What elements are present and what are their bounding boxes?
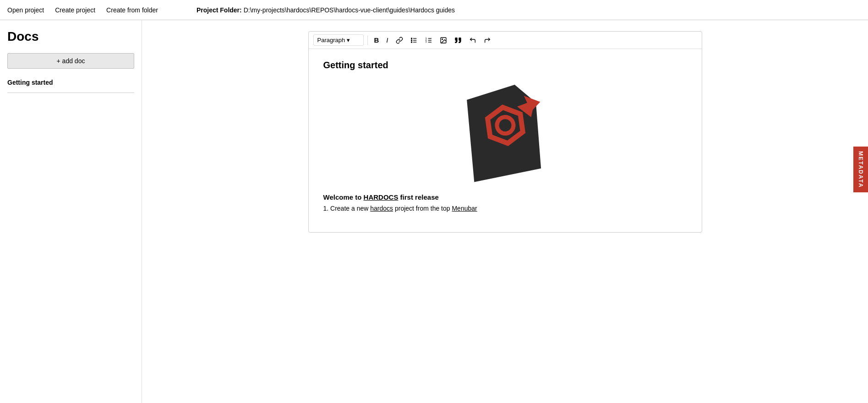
sidebar: Docs + add doc Getting started <box>0 20 142 403</box>
blockquote-button[interactable] <box>452 35 464 46</box>
redo-icon <box>484 37 491 44</box>
ordered-list-button[interactable]: 1. 2. 3. <box>422 35 435 46</box>
blockquote-icon <box>454 37 462 44</box>
open-project-menu[interactable]: Open project <box>7 6 44 14</box>
undo-icon <box>469 37 476 44</box>
editor-container: Paragraph ▾ B I <box>308 31 702 233</box>
content-area: Paragraph ▾ B I <box>142 20 868 403</box>
italic-button[interactable]: I <box>383 35 391 45</box>
welcome-suffix: first release <box>398 193 438 201</box>
project-folder-display: Project Folder: D:\my-projects\hardocs\R… <box>197 6 455 14</box>
redo-button[interactable] <box>481 35 494 46</box>
chevron-down-icon: ▾ <box>347 37 350 44</box>
image-button[interactable] <box>437 35 450 46</box>
bullet-list-icon <box>410 37 418 44</box>
ordered-list-icon: 1. 2. 3. <box>425 37 432 44</box>
svg-point-3 <box>411 38 412 39</box>
bold-button[interactable]: B <box>371 35 382 45</box>
hardocs-brand: HARDOCS <box>364 193 399 201</box>
link-button[interactable] <box>393 35 406 46</box>
svg-point-4 <box>411 40 412 41</box>
sidebar-title: Docs <box>7 29 134 44</box>
link-icon <box>396 37 403 44</box>
create-project-menu[interactable]: Create project <box>55 6 95 14</box>
main-layout: Docs + add doc Getting started Paragraph… <box>0 20 868 403</box>
sidebar-doc-getting-started[interactable]: Getting started <box>7 76 134 89</box>
image-icon <box>440 37 447 44</box>
undo-button[interactable] <box>466 35 479 46</box>
menubar: Open project Create project Create from … <box>0 0 868 20</box>
project-folder-label: Project Folder: <box>197 6 242 14</box>
bullet-list-button[interactable] <box>408 35 420 46</box>
editor-body[interactable]: Getting started <box>309 49 702 232</box>
hardocs-logo <box>464 82 546 182</box>
step1-prefix: 1. Create a new <box>323 205 371 212</box>
svg-text:3.: 3. <box>425 41 427 43</box>
paragraph-label: Paragraph <box>317 37 345 44</box>
doc-image-area <box>323 82 687 182</box>
paragraph-select[interactable]: Paragraph ▾ <box>313 34 364 46</box>
add-doc-button[interactable]: + add doc <box>7 53 134 69</box>
svg-point-5 <box>411 42 412 43</box>
doc-welcome-text: Welcome to HARDOCS first release <box>323 193 687 201</box>
sidebar-divider <box>7 93 134 93</box>
editor-toolbar: Paragraph ▾ B I <box>309 32 702 49</box>
menubar-link: Menubar <box>452 205 477 212</box>
toolbar-divider-1 <box>367 36 368 45</box>
welcome-prefix: Welcome to <box>323 193 364 201</box>
doc-title: Getting started <box>323 60 687 71</box>
svg-point-13 <box>442 38 442 39</box>
hardocs-step-link: hardocs <box>370 205 393 212</box>
metadata-tab[interactable]: METADATA <box>853 147 868 192</box>
create-from-folder-menu[interactable]: Create from folder <box>106 6 158 14</box>
doc-step1: 1. Create a new hardocs project from the… <box>323 205 687 212</box>
step1-middle: project from the top <box>393 205 452 212</box>
project-folder-path: D:\my-projects\hardocs\REPOS\hardocs-vue… <box>244 6 455 14</box>
